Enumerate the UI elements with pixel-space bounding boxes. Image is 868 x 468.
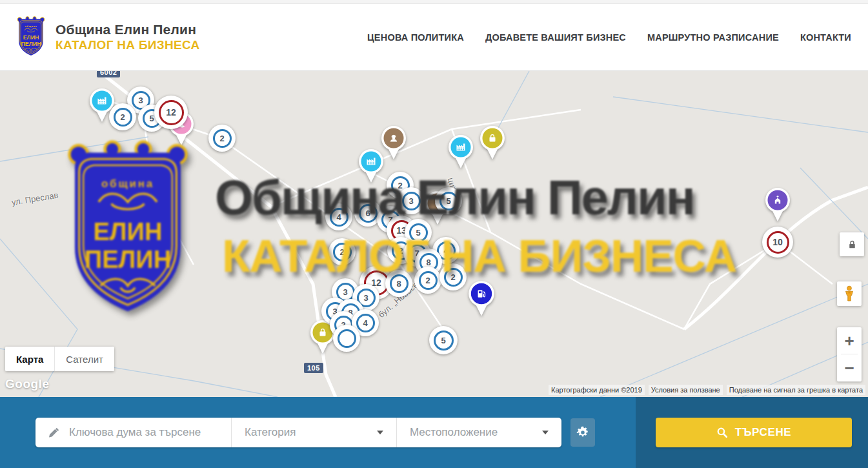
brand-catalog-title: КАТАЛОГ НА БИЗНЕСА <box>56 38 200 52</box>
cluster-marker[interactable]: 10 <box>762 227 793 258</box>
search-action-panel: ТЪРСЕНЕ <box>636 397 868 468</box>
advanced-settings-button[interactable] <box>570 418 595 447</box>
location-select-value: Местоположение <box>410 426 498 439</box>
cluster-marker[interactable]: 4 <box>325 203 352 230</box>
map-attribution: Картографски данни ©2019 Условия за полз… <box>549 385 865 395</box>
brand-text: Община Елин Пелин КАТАЛОГ НА БИЗНЕСА <box>56 22 200 52</box>
nav-item-route-schedule[interactable]: МАРШРУТНО РАЗПИСАНИЕ <box>647 32 779 43</box>
category-select-value: Категория <box>245 426 296 439</box>
nav-item-add-business[interactable]: ДОБАВЕТЕ ВАШИЯТ БИЗНЕС <box>485 32 626 43</box>
municipality-crest-icon <box>14 16 48 58</box>
cluster-marker-layer: 3251222356471352274812822333834510 <box>0 71 868 397</box>
cluster-marker[interactable]: 2 <box>328 238 356 265</box>
search-panel: Категория Местоположение <box>0 397 636 468</box>
cluster-marker[interactable]: 2 <box>439 263 467 290</box>
terms-of-use-link[interactable]: Условия за ползване <box>649 385 723 395</box>
search-button-label: ТЪРСЕНЕ <box>735 426 792 439</box>
brand-org-title: Община Елин Пелин <box>56 22 200 37</box>
pegman-icon <box>843 285 856 302</box>
lock-icon <box>847 239 858 250</box>
site-logo[interactable]: Община Елин Пелин КАТАЛОГ НА БИЗНЕСА <box>14 16 200 58</box>
header: Община Елин Пелин КАТАЛОГ НА БИЗНЕСА ЦЕН… <box>0 4 868 71</box>
nav-item-contacts[interactable]: КОНТАКТИ <box>800 32 851 43</box>
main-nav: ЦЕНОВА ПОЛИТИКА ДОБАВЕТЕ ВАШИЯТ БИЗНЕС М… <box>367 32 851 43</box>
cluster-marker[interactable]: 5 <box>429 326 458 354</box>
keyword-input[interactable] <box>68 425 231 440</box>
pencil-icon <box>48 427 60 438</box>
cluster-marker[interactable] <box>333 325 360 352</box>
search-button[interactable]: ТЪРСЕНЕ <box>656 418 852 447</box>
map-view-button[interactable]: Карта <box>5 347 54 371</box>
search-icon <box>716 427 728 438</box>
cluster-marker[interactable]: 12 <box>154 96 188 129</box>
search-bar: Категория Местоположение Т <box>0 397 868 468</box>
location-select[interactable]: Местоположение <box>396 418 561 447</box>
pegman-control[interactable] <box>837 281 862 306</box>
cluster-marker[interactable]: 5 <box>435 187 462 214</box>
zoom-in-button[interactable]: + <box>837 327 862 354</box>
google-logo[interactable]: Google <box>5 377 49 391</box>
attribution-copyright: Картографски данни ©2019 <box>549 385 645 395</box>
zoom-control: + − <box>837 327 862 382</box>
cluster-marker[interactable]: 2 <box>414 267 441 294</box>
keyword-field <box>35 418 231 447</box>
cluster-marker[interactable]: 2 <box>208 125 236 152</box>
cluster-marker[interactable]: 8 <box>385 270 412 297</box>
cluster-marker[interactable]: 2 <box>109 103 136 130</box>
lock-control[interactable] <box>840 232 864 256</box>
report-map-error-link[interactable]: Подаване на сигнал за грешка в картата <box>727 385 865 395</box>
gear-icon <box>576 425 590 440</box>
category-select[interactable]: Категория <box>231 418 396 447</box>
map-type-control: Карта Сателит <box>5 347 114 371</box>
nav-item-pricing-policy[interactable]: ЦЕНОВА ПОЛИТИКА <box>367 32 464 43</box>
chevron-down-icon <box>542 431 549 434</box>
cluster-marker[interactable]: 3 <box>398 187 425 214</box>
satellite-view-button[interactable]: Сателит <box>54 347 114 371</box>
page: Община Елин Пелин КАТАЛОГ НА БИЗНЕСА ЦЕН… <box>0 0 868 468</box>
zoom-out-button[interactable]: − <box>837 354 862 381</box>
chevron-down-icon <box>377 431 383 434</box>
map-canvas[interactable]: ул. Преславбул. „Новоселци“6002105 32512… <box>0 71 868 397</box>
search-fields: Категория Местоположение <box>35 418 561 447</box>
